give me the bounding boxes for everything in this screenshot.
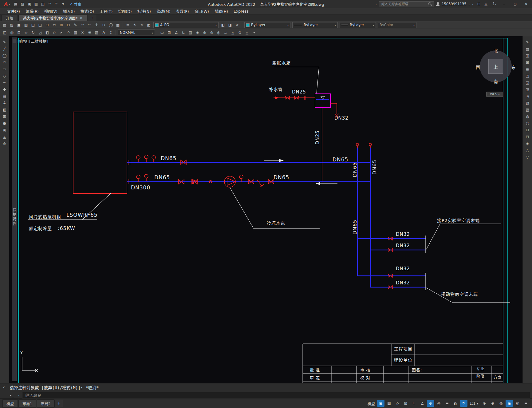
qnew-icon[interactable]: ▤ [12, 1, 19, 7]
selection-cycling-icon[interactable]: ↻ [460, 400, 467, 407]
polar-tracking-icon[interactable]: ∠ [419, 400, 426, 407]
polygon-tool-icon[interactable]: ◇ [1, 73, 8, 79]
erase-icon[interactable]: ✕ [79, 29, 86, 36]
lineweight-display-icon[interactable]: ≡ [443, 400, 451, 407]
arc-tool-icon[interactable]: ◠ [1, 59, 8, 65]
compass-east[interactable]: 东 [511, 64, 516, 70]
properties-icon[interactable]: ▦ [114, 22, 121, 28]
wcs-dropdown[interactable]: WCS [486, 92, 503, 97]
osnap-3d-icon[interactable]: ◎ [435, 400, 443, 407]
workspace-switch-icon[interactable]: ⊛ [481, 400, 488, 407]
color-dropdown[interactable]: ByLayer [244, 22, 290, 28]
qat-more-icon[interactable]: ▾ [60, 1, 66, 7]
cart-icon[interactable]: ⊟ [475, 1, 483, 7]
app-menu-button[interactable]: A [1, 1, 12, 7]
view-ne-icon[interactable]: ◳ [524, 93, 531, 99]
help-button[interactable]: ? [491, 2, 498, 6]
menu-item[interactable]: Express [231, 9, 251, 14]
osnap-icon[interactable]: ⊙ [427, 400, 434, 407]
markup-icon[interactable]: ▦ [524, 66, 531, 72]
view-nw-icon[interactable]: ◰ [524, 73, 531, 79]
grid-icon[interactable]: ⊞ [377, 400, 384, 407]
spline-tool-icon[interactable]: ≈ [1, 79, 8, 86]
explode-icon[interactable]: ✳ [86, 29, 93, 36]
text-style-dropdown[interactable]: NORMAL [118, 30, 155, 35]
snap-icon[interactable]: ▦ [385, 400, 393, 407]
block-tool-icon[interactable]: ◧ [1, 106, 8, 113]
open-icon[interactable]: ▨ [19, 1, 26, 7]
save-icon[interactable]: ▣ [15, 22, 22, 28]
boundary-icon[interactable]: ▱ [222, 29, 229, 36]
cross-tool-icon[interactable]: ✚ [1, 86, 8, 93]
sheet-set-icon[interactable]: ◫ [524, 52, 531, 59]
plot-icon[interactable]: ◫ [39, 1, 46, 7]
account-caret-icon[interactable] [472, 2, 474, 6]
new-tab-button[interactable]: + [88, 15, 96, 21]
search-collapse-icon[interactable] [376, 2, 377, 6]
menu-item[interactable]: 参数(P) [173, 8, 191, 14]
menu-item[interactable]: 文件(F) [4, 8, 23, 14]
redo-icon[interactable]: ↷ [53, 1, 60, 7]
tab-document[interactable]: 某大学P2生物实验室净化空调图* ✕ [18, 15, 87, 21]
table-tool-icon[interactable]: ⊞ [1, 113, 8, 120]
layer-on-icon[interactable]: ☀ [131, 22, 138, 28]
tab-start[interactable]: 开始 [1, 15, 18, 21]
hatch2-icon[interactable]: ▧ [524, 100, 531, 106]
hatch-icon[interactable]: ▨ [93, 29, 100, 36]
clean-screen-icon[interactable]: ◱ [514, 400, 521, 407]
draw-order-icon[interactable]: ◱ [1, 29, 8, 36]
annotation-scale-button[interactable]: 1:1 ▾ [468, 400, 480, 407]
tab-close-icon[interactable]: ✕ [80, 16, 82, 20]
plot-icon[interactable]: ◫ [30, 22, 37, 28]
plotstyle-dropdown[interactable]: ByColor [378, 22, 416, 28]
fillet-icon[interactable]: ◠ [65, 29, 72, 36]
minimize-button[interactable]: ─ [499, 0, 509, 8]
revcloud-icon[interactable]: ≈ [250, 29, 258, 36]
align-tool-icon[interactable]: ◬ [1, 133, 8, 140]
point-icon[interactable]: ⊙ [208, 29, 215, 36]
match-properties-icon[interactable]: ✎ [72, 22, 79, 28]
apps-icon[interactable]: ◬ [483, 1, 490, 7]
scale-icon[interactable]: ◿ [37, 29, 44, 36]
compass-north[interactable]: 北 [494, 47, 498, 53]
dimension-icon[interactable]: ∠ [173, 29, 180, 36]
view-sw-icon[interactable]: ◱ [524, 79, 531, 86]
image-tool-icon[interactable]: ▣ [1, 127, 8, 133]
command-input[interactable]: 键入命令 [22, 392, 530, 398]
menu-item[interactable]: 工具(T) [97, 8, 115, 14]
redo-icon[interactable]: ↷ [86, 22, 93, 28]
open-icon[interactable]: ▨ [8, 22, 15, 28]
dim-style-icon[interactable]: ↕ [107, 29, 114, 36]
save-as-icon[interactable]: ▥ [33, 1, 39, 7]
compass-south[interactable]: 南 [494, 78, 498, 84]
drawing-canvas[interactable]: DN300DN65DN65DN65DN65DN25补水管膨胀水箱DN32DN25… [9, 36, 522, 383]
view-se-icon[interactable]: ◲ [524, 86, 531, 93]
layer-lock-icon[interactable]: ◩ [145, 22, 152, 28]
undo-icon[interactable]: ↶ [79, 22, 86, 28]
account-button[interactable]: 15059991135... [442, 2, 470, 6]
multiline-text-icon[interactable]: ▭ [159, 29, 166, 36]
trim-icon[interactable]: ✂ [58, 29, 65, 36]
model-space-button[interactable]: 模型 [366, 400, 376, 407]
linetype-dropdown[interactable]: ByLayer [292, 22, 338, 28]
isolate-objects-icon[interactable]: ◍ [497, 400, 505, 407]
down-icon[interactable]: ▽ [524, 154, 531, 160]
maximize-button[interactable]: ▢ [510, 0, 520, 8]
lineweight-dropdown[interactable]: ByLayer [340, 22, 376, 28]
layer-match-icon[interactable]: ◨ [227, 22, 234, 28]
offset-icon[interactable]: ◇ [51, 29, 58, 36]
move-icon[interactable]: ↔ [22, 29, 30, 36]
plot-preview-icon[interactable]: ◰ [37, 22, 44, 28]
menu-item[interactable]: 视图(V) [41, 8, 60, 14]
compass-west[interactable]: 西 [476, 64, 480, 70]
annotation-monitor-icon[interactable]: ⊕ [489, 400, 496, 407]
command-recent-icon[interactable] [15, 392, 22, 398]
isolate-objects-icon[interactable]: ◍ [8, 29, 15, 36]
menu-item[interactable]: 窗口(W) [192, 8, 212, 14]
share-button[interactable]: 共享 [66, 2, 84, 7]
cut-icon[interactable]: ✂ [51, 22, 58, 28]
paste-icon[interactable]: ⊡ [65, 22, 72, 28]
section-icon[interactable]: ⊟ [524, 127, 531, 133]
viewport-control[interactable]: [二维线框] [29, 38, 48, 44]
circle-tool-icon[interactable]: ◯ [1, 52, 8, 59]
